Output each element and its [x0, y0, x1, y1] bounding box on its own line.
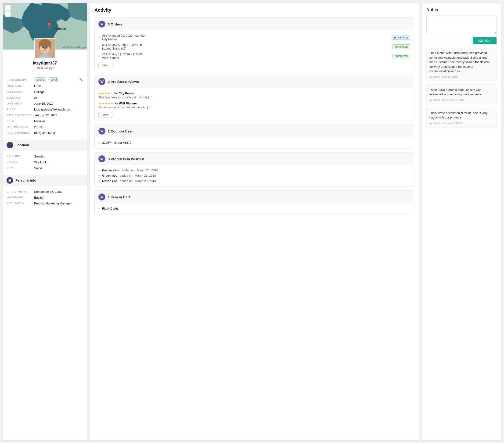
city-row: CITY: Solna [7, 165, 83, 171]
coupon-bullet [98, 142, 100, 143]
cart-item-0: Flash Cards [98, 206, 410, 211]
languages-row: LANGUAGES: English [7, 195, 83, 201]
svg-point-7 [46, 47, 47, 48]
fullname: Lucia Gallego [36, 66, 54, 70]
notes-textarea[interactable] [426, 15, 497, 34]
review-1-text: Great design, it has helped me a lot [..… [98, 106, 410, 109]
sessions-label: SESSIONS: [7, 96, 32, 99]
first-name-row: FIRST NAME: Lucia [7, 83, 83, 89]
order-2-amount: $15.00 [133, 52, 142, 56]
occupation-value: Product Marketing Manager [34, 202, 72, 205]
wishlist-section-header: W 3 Products in Wishlist [95, 153, 414, 165]
orders-w-icon: W [98, 20, 106, 28]
role-row: ROLE: Member [7, 118, 83, 124]
role-label: ROLE: [7, 119, 32, 122]
coupon-section-title: 1 Coupon Used [108, 129, 133, 133]
order-1-status: completed [392, 44, 410, 49]
reviews-section-header: W 2 Product Reviews [95, 75, 414, 88]
order-bullet-2 [98, 55, 100, 57]
location-section-header: ☰ Location [3, 139, 87, 151]
reviews-view-button[interactable]: View [98, 112, 112, 118]
activity-panel: Activity W 3 Orders #5370 March 21, 2020… [90, 3, 419, 440]
coupon-code: 30OFF [102, 141, 111, 144]
order-0-amount: $14.00 [135, 34, 145, 37]
cart-section-title: 1 Item in Cart [108, 195, 130, 199]
add-note-button[interactable]: Add Note [473, 37, 497, 44]
map-zoom-out[interactable]: − [5, 11, 11, 17]
order-text-1: #3472 May 5, 2019 - $179.98 Laptop Stand… [102, 43, 390, 50]
wishlist-section-title: 3 Products in Wishlist [108, 157, 144, 161]
first-name-value: Lucia [34, 84, 41, 88]
note-0-meta: by admin | April 12, 2019 [430, 75, 493, 78]
dob-value: September 15, 1983 [34, 190, 62, 193]
reviews-section-body: ★★★★★ for City Poster This is a fantasti… [95, 88, 414, 120]
phone-value: (096) 342-6083 [34, 131, 55, 135]
order-0-status: processing [392, 35, 410, 40]
wishlist-item-0-name: Preium Pens [102, 169, 119, 172]
cart-section: W 1 Item in Cart Flash Cards [94, 190, 414, 215]
edit-groups-icon[interactable]: ✏️ [79, 78, 83, 82]
tag-loyal[interactable]: loyal [48, 77, 59, 82]
wishlist-bullet-0 [98, 170, 100, 171]
coupon-order: Order #5370 [114, 141, 131, 144]
note-card-2: Lucia wrote a testimonial for us, she is… [426, 108, 497, 128]
order-0-date: March 21, 2020 [111, 34, 133, 37]
tag-active[interactable]: active [34, 77, 47, 82]
user-groups-row: USER GROUPS: active loyal ✏️ [7, 76, 83, 83]
wishlist-item-0-date: March 28, 2018 [137, 169, 158, 172]
wishlist-section: W 3 Products in Wishlist Preium Pens add… [94, 152, 414, 187]
country-value: Sweden [34, 155, 45, 158]
note-card-1: I sent Lucia a promo code, as she was in… [426, 85, 497, 104]
country-row: COUNTRY: Sweden [7, 153, 83, 159]
coupon-section-header: W 1 Coupon Used [95, 125, 414, 137]
order-1-amount: $179.98 [131, 43, 142, 47]
dob-row: DATE OF BIRTH: September 15, 1983 [7, 189, 83, 195]
order-2-product: Wall Planner [102, 56, 119, 60]
order-bullet-0 [98, 37, 100, 38]
last-seen-row: LAST SEEN: June 15, 2020 [7, 101, 83, 106]
coupon-w-icon: W [98, 128, 106, 135]
lifetime-value-value: 208.98 [34, 125, 43, 129]
personal-info: DATE OF BIRTH: September 15, 1983 LANGUA… [3, 186, 87, 209]
coupon-text: 30OFF - Order #5370 [102, 141, 131, 144]
languages-label: LANGUAGES: [7, 196, 32, 199]
wishlist-item-1: Green Mug added on March 28, 2018 [98, 173, 410, 178]
order-item-2: #1918 May 19, 2016 - $15.00 Wall Planner… [98, 51, 410, 61]
order-2-date: May 19, 2016 [111, 52, 130, 56]
lifetime-value-label: LIFETIME VALUE: [7, 125, 32, 128]
groups-label: USER GROUPS: [7, 78, 32, 81]
user-info: USER GROUPS: active loyal ✏️ FIRST NAME:… [3, 73, 87, 138]
first-name-label: FIRST NAME: [7, 84, 32, 87]
location-info: COUNTRY: Sweden REGION: Stockholm CITY: … [3, 151, 87, 174]
profile-header: lazytiger337 Lucia Gallego [3, 38, 87, 73]
review-0-text: This is a fantastic quality print and is… [98, 96, 410, 99]
dob-label: DATE OF BIRTH: [7, 190, 32, 193]
email-row: E-MAIL: lucia.gallego@example.com [7, 106, 83, 112]
orders-view-button[interactable]: View [98, 63, 112, 68]
review-0-product: City Poster [119, 92, 135, 95]
review-item-0: ★★★★★ for City Poster This is a fantasti… [98, 90, 410, 100]
wishlist-section-body: Preium Pens added on March 28, 2018 Gree… [95, 165, 414, 187]
order-2-id: #1918 [102, 52, 110, 56]
last-name-row: LAST NAME: Gallego [7, 89, 83, 95]
map-zoom-in[interactable]: + [5, 5, 11, 11]
email-label: E-MAIL: [7, 108, 32, 111]
last-seen-label: LAST SEEN: [7, 102, 32, 105]
date-registered-value: August 22, 2015 [35, 114, 57, 117]
reviews-section-title: 2 Product Reviews [108, 80, 139, 84]
role-value: Member [34, 119, 45, 123]
review-1-product: Wall Planner [119, 102, 137, 105]
wishlist-item-2-name: Mouse Pad [102, 179, 118, 183]
order-bullet-1 [98, 46, 100, 48]
phone-label: PHONE NUMBER: [7, 131, 32, 134]
map-zoom-controls: + − [5, 5, 11, 17]
location-section-title: Location [16, 143, 29, 147]
orders-section-body: #5370 March 21, 2020 - $14.00 City Poste… [95, 30, 414, 71]
date-registered-row: DATE REGISTERED: August 22, 2015 [7, 112, 83, 118]
note-2-text: Lucia wrote a testimonial for us, she is… [430, 111, 493, 120]
review-1-stars: ★★★★★ for Wall Planner [98, 102, 410, 105]
order-1-id: #3472 [102, 43, 110, 47]
wishlist-item-1-date: March 28, 2018 [135, 174, 156, 177]
left-panel: 📍 Stockholm + − Leaflet | Stamen Design [3, 3, 87, 440]
order-0-product: City Poster [102, 37, 117, 41]
